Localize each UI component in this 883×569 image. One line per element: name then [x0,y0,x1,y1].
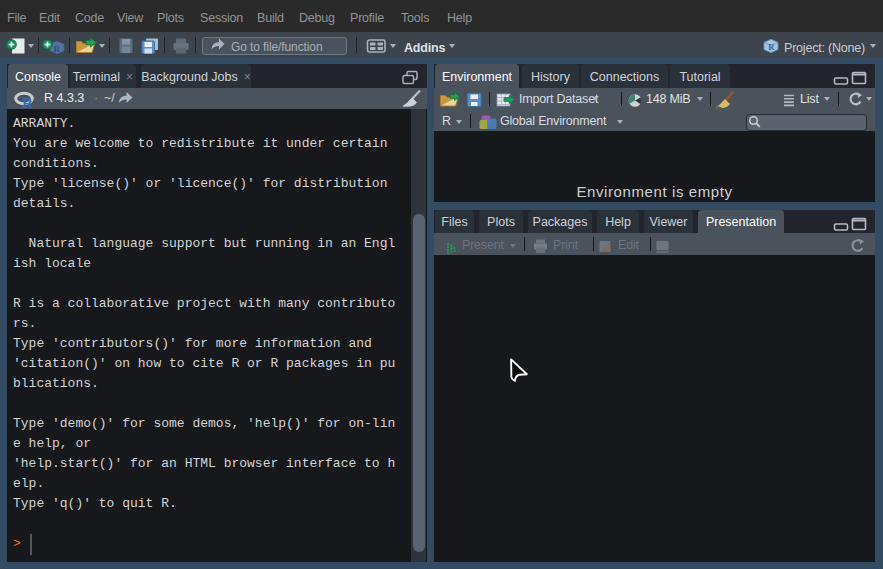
svg-text:R: R [768,42,775,52]
svg-text:R: R [54,44,61,54]
svg-text:R: R [22,95,33,111]
